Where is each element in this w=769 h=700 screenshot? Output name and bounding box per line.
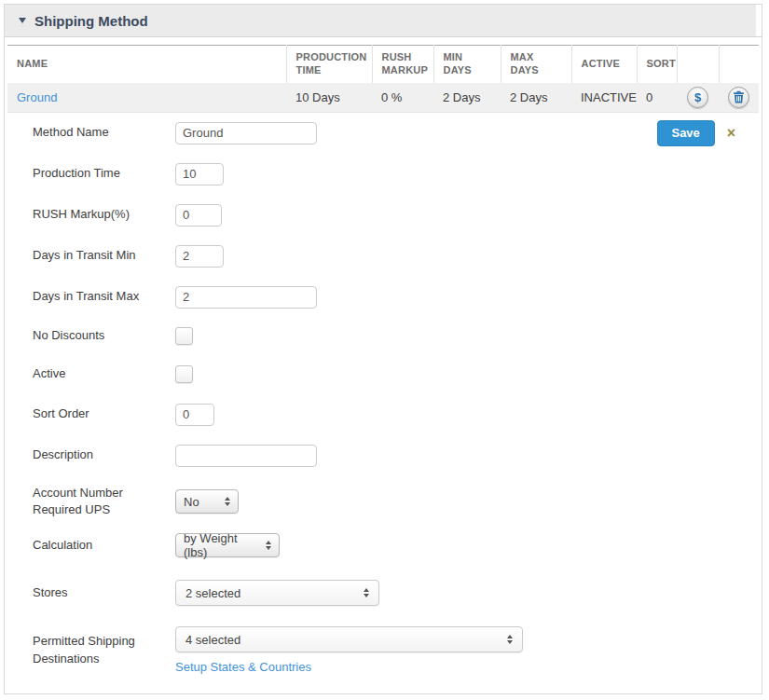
close-icon[interactable]: × — [727, 126, 735, 141]
collapse-caret-icon — [19, 18, 26, 23]
form-row-calculation: Calculation by Weight (lbs) — [33, 533, 759, 557]
select-value: by Weight (lbs) — [184, 531, 254, 559]
select-value: No — [184, 495, 199, 509]
field-label: Active — [33, 365, 175, 383]
col-header-name: NAME — [7, 46, 286, 83]
col-header-production-time: PRODUCTION TIME — [286, 46, 372, 83]
form-row-method-name: Method Name — [33, 122, 759, 144]
save-button[interactable]: Save — [657, 120, 715, 146]
method-name-link[interactable]: Ground — [17, 90, 57, 104]
panel-title: Shipping Method — [34, 13, 148, 29]
trash-icon — [733, 90, 745, 103]
form-row-active: Active — [33, 365, 759, 383]
field-label: Production Time — [33, 165, 175, 183]
field-label: Permitted Shipping Destinations — [33, 633, 175, 668]
form-row-rush-markup: RUSH Markup(%) — [33, 204, 759, 226]
col-header-active: ACTIVE — [571, 46, 637, 83]
cell-sort: 0 — [637, 83, 677, 113]
field-label: RUSH Markup(%) — [33, 206, 175, 224]
form-row-account-number: Account Number Required UPS No — [33, 485, 759, 520]
sort-order-input[interactable] — [175, 404, 214, 426]
cell-active-status: INACTIVE — [571, 83, 637, 113]
cell-rush-markup: 0 % — [372, 83, 433, 113]
table-header-row: NAME PRODUCTION TIME RUSH MARKUP MIN DAY… — [7, 46, 759, 83]
cell-production-time: 10 Days — [286, 83, 372, 113]
field-label: Days in Transit Max — [33, 288, 175, 306]
field-label: Account Number Required UPS — [33, 485, 175, 520]
form-row-description: Description — [33, 445, 759, 467]
form-row-destinations: Permitted Shipping Destinations 4 select… — [33, 626, 759, 674]
form-row-sort-order: Sort Order — [33, 404, 759, 426]
transit-max-input[interactable] — [175, 286, 317, 309]
no-discounts-checkbox[interactable] — [175, 327, 193, 345]
form-row-transit-max: Days in Transit Max — [33, 286, 759, 309]
method-name-input[interactable] — [175, 122, 317, 144]
select-value: 2 selected — [185, 586, 240, 600]
select-value: 4 selected — [185, 633, 240, 647]
select-arrows-icon — [266, 541, 271, 550]
field-label: Description — [33, 446, 175, 464]
field-label: Sort Order — [33, 405, 175, 423]
delete-method-button[interactable] — [728, 87, 749, 108]
col-header-actions-2 — [719, 46, 759, 83]
panel-body: NAME PRODUCTION TIME RUSH MARKUP MIN DAY… — [5, 37, 762, 674]
stores-select[interactable]: 2 selected — [175, 580, 379, 606]
account-number-required-select[interactable]: No — [175, 489, 239, 514]
rates-dollar-button[interactable]: $ — [687, 87, 708, 108]
select-arrows-icon — [507, 635, 513, 644]
col-header-sort: SORT — [637, 46, 677, 83]
cell-min-days: 2 Days — [433, 83, 501, 113]
field-label: Stores — [33, 584, 175, 602]
form-row-production-time: Production Time — [33, 163, 759, 185]
field-label: Calculation — [33, 537, 175, 555]
transit-min-input[interactable] — [175, 245, 224, 268]
active-checkbox[interactable] — [175, 365, 193, 383]
form-row-no-discounts: No Discounts — [33, 327, 759, 345]
shipping-methods-table: NAME PRODUCTION TIME RUSH MARKUP MIN DAY… — [7, 45, 759, 113]
field-label: No Discounts — [33, 327, 175, 345]
dollar-icon: $ — [694, 91, 701, 103]
cell-max-days: 2 Days — [501, 83, 571, 113]
select-arrows-icon — [364, 588, 369, 597]
shipping-method-panel: Shipping Method NAME PRODUCTION TIME RUS… — [4, 4, 762, 694]
form-row-transit-min: Days in Transit Min — [33, 245, 759, 268]
field-label: Days in Transit Min — [33, 247, 175, 265]
setup-states-countries-link[interactable]: Setup States & Countries — [175, 660, 311, 674]
description-input[interactable] — [175, 445, 317, 467]
col-header-rush-markup: RUSH MARKUP — [372, 46, 433, 83]
rush-markup-input[interactable] — [175, 204, 222, 226]
col-header-max-days: MAX DAYS — [501, 46, 571, 83]
calculation-select[interactable]: by Weight (lbs) — [175, 533, 280, 557]
form-row-stores: Stores 2 selected — [33, 580, 759, 606]
production-time-input[interactable] — [175, 163, 224, 185]
table-row: Ground 10 Days 0 % 2 Days 2 Days INACTIV… — [7, 83, 759, 113]
col-header-actions-1 — [677, 46, 719, 83]
shipping-method-form: Save × Method Name Production Time RUSH … — [7, 113, 759, 675]
col-header-min-days: MIN DAYS — [433, 46, 501, 83]
destinations-select[interactable]: 4 selected — [175, 626, 523, 652]
field-label: Method Name — [33, 124, 175, 142]
select-arrows-icon — [225, 497, 230, 506]
panel-header-toggle[interactable]: Shipping Method — [5, 5, 762, 37]
